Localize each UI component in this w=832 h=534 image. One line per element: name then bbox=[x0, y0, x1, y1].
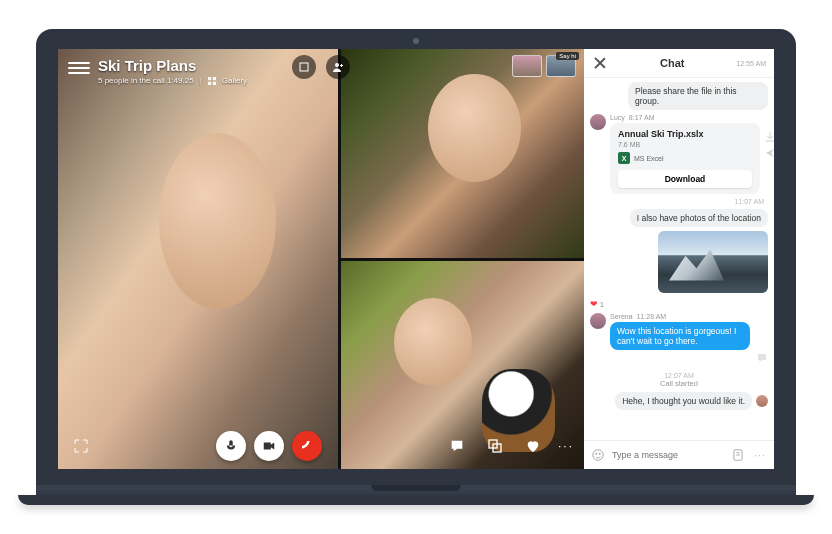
app-screen: Ski Trip Plans 5 people in the call 1:49… bbox=[58, 49, 774, 469]
message-meta: Serena11:28 AM bbox=[610, 313, 768, 320]
call-participant-count: 5 people in the call 1:49.25 bbox=[98, 76, 194, 85]
add-person-button[interactable] bbox=[326, 55, 350, 79]
message-bubble: Please share the file in this group. bbox=[628, 82, 768, 110]
screen-bezel: Ski Trip Plans 5 people in the call 1:49… bbox=[36, 29, 796, 485]
svg-rect-1 bbox=[213, 77, 216, 80]
file-attachment-card[interactable]: Annual Ski Trip.xslx 7.6 MB X MS Excel D… bbox=[610, 123, 760, 194]
participant-tile-2[interactable] bbox=[341, 49, 584, 258]
chat-composer: ··· bbox=[584, 440, 774, 469]
svg-point-10 bbox=[599, 453, 600, 454]
top-center-controls bbox=[292, 55, 350, 79]
avatar[interactable] bbox=[590, 114, 606, 130]
close-chat-button[interactable] bbox=[592, 55, 608, 71]
fullscreen-button[interactable] bbox=[68, 433, 94, 459]
open-chat-button[interactable] bbox=[444, 433, 470, 459]
message-bubble: I also have photos of the location bbox=[630, 209, 768, 227]
svg-rect-0 bbox=[208, 77, 211, 80]
svg-rect-2 bbox=[208, 81, 211, 84]
reaction-row[interactable]: ❤1 bbox=[590, 299, 768, 309]
chat-panel: Chat 12:55 AM Please share the file in t… bbox=[584, 49, 774, 469]
chat-header: Chat 12:55 AM bbox=[584, 49, 774, 78]
system-message: 12:07 AM Call started bbox=[590, 372, 768, 388]
download-button[interactable]: Download bbox=[618, 170, 752, 188]
image-attachment[interactable] bbox=[658, 231, 768, 293]
laptop-notch bbox=[371, 485, 461, 491]
chat-message: I also have photos of the location bbox=[590, 209, 768, 227]
snapshot-button[interactable] bbox=[292, 55, 316, 79]
message-bubble: Hehe, I thought you would like it. bbox=[615, 392, 752, 410]
message-bubble: Wow this location is gorgeous! I can't w… bbox=[610, 322, 750, 350]
mute-button[interactable] bbox=[216, 431, 246, 461]
react-heart-button[interactable] bbox=[520, 433, 546, 459]
quote-icon[interactable] bbox=[756, 350, 768, 367]
composer-more-button[interactable]: ··· bbox=[752, 446, 768, 464]
excel-icon: X bbox=[618, 152, 630, 164]
pip-badge: Say hi bbox=[556, 52, 579, 60]
laptop-frame: Ski Trip Plans 5 people in the call 1:49… bbox=[36, 29, 796, 505]
laptop-base bbox=[36, 485, 796, 505]
participant-grid bbox=[58, 49, 584, 469]
view-mode-label: Gallery bbox=[222, 76, 247, 85]
forward-file-icon[interactable] bbox=[764, 145, 774, 157]
svg-rect-4 bbox=[300, 63, 308, 71]
file-size: 7.6 MB bbox=[618, 141, 752, 148]
save-file-icon[interactable] bbox=[764, 129, 774, 141]
call-subtitle: 5 people in the call 1:49.25 | Gallery bbox=[98, 76, 247, 85]
call-controls-bar: ··· bbox=[58, 431, 584, 461]
end-call-button[interactable] bbox=[292, 431, 322, 461]
chat-message-file: Lucy8:17 AM Annual Ski Trip.xslx 7.6 MB … bbox=[590, 114, 768, 194]
file-app-row: X MS Excel bbox=[618, 152, 752, 164]
chat-message: Serena11:28 AM Wow this location is gorg… bbox=[590, 313, 768, 368]
chat-messages: Please share the file in this group. Luc… bbox=[584, 78, 774, 440]
message-meta: Lucy8:17 AM bbox=[610, 114, 768, 121]
gallery-icon bbox=[208, 77, 216, 85]
svg-point-5 bbox=[335, 63, 339, 67]
time-divider: 11:07 AM bbox=[590, 198, 768, 205]
chat-message: Hehe, I thought you would like it. bbox=[590, 392, 768, 410]
chat-title: Chat bbox=[608, 57, 736, 69]
hamburger-menu-icon[interactable] bbox=[68, 57, 90, 79]
svg-point-8 bbox=[593, 450, 604, 461]
pip-thumb-1[interactable] bbox=[512, 55, 542, 77]
svg-rect-3 bbox=[213, 81, 216, 84]
attach-button[interactable] bbox=[730, 446, 746, 464]
more-options-button[interactable]: ··· bbox=[558, 439, 574, 453]
webcam-dot bbox=[413, 38, 419, 44]
chat-header-time: 12:55 AM bbox=[736, 60, 766, 67]
emoji-button[interactable] bbox=[590, 446, 606, 464]
pip-thumbnails: Say hi bbox=[512, 55, 576, 77]
share-screen-button[interactable] bbox=[482, 433, 508, 459]
video-toggle-button[interactable] bbox=[254, 431, 284, 461]
call-topbar: Ski Trip Plans 5 people in the call 1:49… bbox=[68, 57, 247, 85]
chat-message: Please share the file in this group. bbox=[590, 82, 768, 110]
avatar[interactable] bbox=[590, 313, 606, 329]
read-receipt-avatar bbox=[756, 395, 768, 407]
svg-point-9 bbox=[596, 453, 597, 454]
participant-tile-1[interactable] bbox=[58, 49, 338, 469]
video-call-area: Ski Trip Plans 5 people in the call 1:49… bbox=[58, 49, 584, 469]
message-input[interactable] bbox=[612, 450, 724, 460]
pip-thumb-self[interactable]: Say hi bbox=[546, 55, 576, 77]
file-name: Annual Ski Trip.xslx bbox=[618, 129, 752, 139]
call-title: Ski Trip Plans bbox=[98, 57, 247, 74]
